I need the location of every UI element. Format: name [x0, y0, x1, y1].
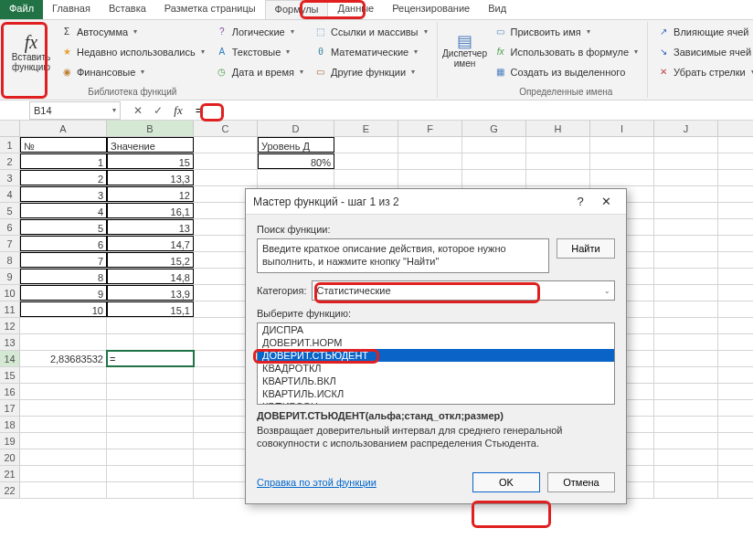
cell[interactable]: [654, 153, 718, 169]
cell[interactable]: [20, 466, 107, 481]
tab-layout[interactable]: Разметка страницы: [155, 0, 265, 19]
help-button[interactable]: ?: [567, 192, 593, 212]
cell[interactable]: [654, 334, 718, 350]
cell[interactable]: [20, 334, 107, 350]
cell[interactable]: [107, 417, 194, 432]
math-button[interactable]: θМатематические▾: [311, 42, 431, 61]
cell[interactable]: 15,1: [107, 301, 194, 317]
cell[interactable]: 80%: [258, 153, 334, 169]
function-list[interactable]: ДИСПРАДОВЕРИТ.НОРМДОВЕРИТ.СТЬЮДЕНТКВАДРО…: [257, 322, 615, 405]
function-list-item[interactable]: КВАРТИЛЬ.ИСКЛ: [258, 387, 614, 400]
cell[interactable]: [590, 153, 654, 169]
insert-function-button[interactable]: fx Вставить функцию: [9, 22, 53, 82]
row-header[interactable]: 16: [0, 384, 20, 399]
cell[interactable]: [654, 449, 718, 465]
cell[interactable]: 14,7: [107, 236, 194, 251]
cell[interactable]: [654, 203, 718, 218]
tab-view[interactable]: Вид: [479, 0, 515, 19]
cell[interactable]: [107, 466, 194, 481]
cell[interactable]: [194, 137, 258, 153]
cell[interactable]: [654, 433, 718, 449]
cell[interactable]: [398, 170, 462, 185]
cell[interactable]: 2: [20, 170, 107, 185]
cancel-edit-button[interactable]: ✕: [128, 101, 148, 120]
row-header[interactable]: 6: [0, 219, 20, 235]
tab-review[interactable]: Рецензирование: [383, 0, 479, 19]
cell[interactable]: [20, 449, 107, 465]
cell[interactable]: [20, 400, 107, 416]
row-header[interactable]: 13: [0, 334, 20, 350]
cell[interactable]: №: [20, 137, 107, 153]
col-header-D[interactable]: D: [258, 121, 334, 136]
cell[interactable]: [334, 170, 398, 185]
cell[interactable]: [194, 170, 258, 185]
col-header-E[interactable]: E: [334, 121, 398, 136]
cell[interactable]: [107, 449, 194, 465]
row-header[interactable]: 17: [0, 400, 20, 416]
cell[interactable]: [654, 170, 718, 185]
row-header[interactable]: 9: [0, 269, 20, 284]
formula-input[interactable]: [192, 101, 753, 120]
function-list-item[interactable]: ДИСПРА: [258, 323, 614, 336]
cancel-button[interactable]: Отмена: [547, 472, 615, 492]
financial-button[interactable]: ◉Финансовые▾: [57, 62, 208, 81]
cell[interactable]: [107, 433, 194, 449]
row-header[interactable]: 11: [0, 301, 20, 317]
row-header[interactable]: 1: [0, 137, 20, 153]
cell[interactable]: 16,1: [107, 203, 194, 218]
row-header[interactable]: 3: [0, 170, 20, 185]
cell[interactable]: [194, 153, 258, 169]
cell[interactable]: [107, 318, 194, 333]
cell[interactable]: [590, 170, 654, 185]
tab-data[interactable]: Данные: [328, 0, 383, 19]
define-name-button[interactable]: ▭Присвоить имя▾: [491, 22, 642, 41]
insert-function-bar-button[interactable]: fx: [168, 101, 188, 120]
cell[interactable]: [258, 170, 334, 185]
lookup-button[interactable]: ⬚Ссылки и массивы▾: [311, 22, 431, 41]
cell[interactable]: 6: [20, 236, 107, 251]
category-select[interactable]: Статистические ⌄: [312, 280, 615, 301]
cell[interactable]: [654, 269, 718, 284]
col-header-I[interactable]: I: [590, 121, 654, 136]
cell[interactable]: [654, 252, 718, 268]
cell[interactable]: [654, 137, 718, 153]
cell[interactable]: [654, 384, 718, 399]
cell[interactable]: [654, 417, 718, 432]
text-button[interactable]: AТекстовые▾: [212, 42, 307, 61]
function-list-item[interactable]: КВАРТИЛЬ.ВКЛ: [258, 375, 614, 387]
cell[interactable]: 5: [20, 219, 107, 235]
row-header[interactable]: 4: [0, 186, 20, 202]
cell[interactable]: [334, 137, 398, 153]
tab-formulas[interactable]: Формулы: [265, 0, 329, 19]
trace-dependents-button[interactable]: ↘Зависимые ячей: [653, 42, 753, 61]
cell[interactable]: [462, 170, 526, 185]
cell[interactable]: [654, 219, 718, 235]
row-header[interactable]: 8: [0, 252, 20, 268]
cell[interactable]: [654, 351, 718, 366]
cell[interactable]: [107, 482, 194, 498]
dropdown-icon[interactable]: ▾: [112, 106, 116, 114]
cell[interactable]: [20, 367, 107, 383]
cell[interactable]: [20, 417, 107, 432]
cell[interactable]: [462, 153, 526, 169]
cell[interactable]: 14,8: [107, 269, 194, 284]
cell[interactable]: 8: [20, 269, 107, 284]
select-all-corner[interactable]: [0, 121, 20, 136]
cell[interactable]: [654, 466, 718, 481]
row-header[interactable]: 21: [0, 466, 20, 481]
use-in-formula-button[interactable]: fxИспользовать в формуле▾: [491, 42, 642, 61]
function-list-item[interactable]: ДОВЕРИТ.СТЬЮДЕНТ: [258, 349, 614, 362]
create-from-selection-button[interactable]: ▦Создать из выделенного: [491, 62, 642, 81]
cell[interactable]: [107, 367, 194, 383]
cell[interactable]: [20, 318, 107, 333]
cell[interactable]: [107, 334, 194, 350]
autosum-button[interactable]: ΣАвтосумма▾: [57, 22, 208, 41]
cell[interactable]: [654, 400, 718, 416]
datetime-button[interactable]: ◷Дата и время▾: [212, 62, 307, 81]
cell[interactable]: Уровень Д: [258, 137, 334, 153]
remove-arrows-button[interactable]: ✕Убрать стрелки▾: [653, 62, 753, 81]
cell[interactable]: [654, 236, 718, 251]
tab-home[interactable]: Главная: [43, 0, 100, 19]
cell[interactable]: 12: [107, 186, 194, 202]
find-button[interactable]: Найти: [557, 238, 615, 259]
